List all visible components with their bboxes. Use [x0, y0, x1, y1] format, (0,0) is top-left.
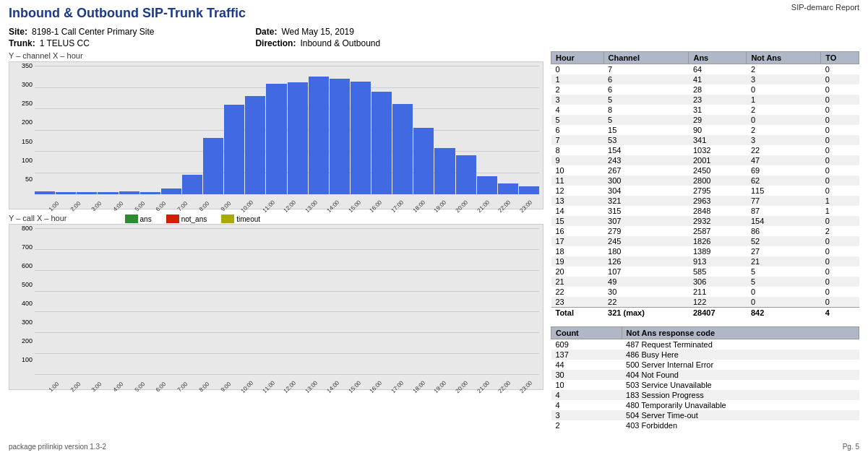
- x-tick: 16:00: [367, 193, 389, 209]
- x-tick: 13:00: [303, 193, 325, 209]
- legend-not-ans-box: [166, 214, 179, 223]
- x-tick: 17:00: [389, 373, 411, 389]
- table-cell: 0: [821, 115, 859, 125]
- table-cell: 1826: [689, 236, 747, 246]
- response-table-body: 609487 Request Terminated137486 Busy Her…: [551, 339, 859, 431]
- table-row: 172451826520: [551, 236, 859, 246]
- x-tick: 19:00: [432, 373, 454, 389]
- y-label: 700: [22, 243, 33, 251]
- chart1-y-axis: 35030025020015010050: [9, 62, 35, 194]
- x-tick: 23:00: [517, 373, 539, 389]
- table-cell: 2963: [689, 196, 747, 206]
- x-tick: 1:00: [46, 193, 67, 209]
- y-label: 150: [22, 138, 33, 145]
- table-cell: 5: [603, 115, 689, 125]
- x-tick: 4:00: [110, 193, 132, 209]
- table-cell: 22: [747, 145, 821, 155]
- table-cell: 21: [551, 277, 604, 287]
- page: { "report": { "title": "Inbound & Outbou…: [0, 0, 868, 455]
- y-label: 300: [22, 318, 33, 326]
- table-cell: 0: [821, 256, 859, 266]
- x-tick: 2:00: [67, 193, 89, 209]
- table-cell: 107: [603, 266, 689, 277]
- legend-timeout-box: [221, 214, 234, 223]
- total-cell: 4: [821, 308, 859, 318]
- table-cell: 0: [821, 236, 859, 246]
- table-cell: 5: [747, 277, 821, 287]
- footer: package prilinkip version 1.3-2: [9, 443, 106, 451]
- table-cell: 2: [747, 125, 821, 135]
- response-header: Count: [551, 327, 622, 339]
- table-cell: 1389: [689, 246, 747, 256]
- table-cell: 0: [821, 64, 859, 75]
- table-cell: 1: [821, 206, 859, 216]
- main-table-total: Total321 (max)284078424: [551, 308, 859, 318]
- chart2-wrapper: 800700600500400300200100 1:002:003:004:0…: [9, 224, 543, 390]
- x-tick: 14:00: [325, 193, 346, 209]
- response-cell: 403 Forbidden: [622, 420, 859, 430]
- table-cell: 30: [603, 287, 689, 297]
- response-table: CountNot Ans response code 609487 Reques…: [551, 326, 859, 430]
- response-row: 30404 Not Found: [551, 370, 859, 380]
- table-cell: 2: [551, 84, 604, 95]
- table-cell: 0: [821, 246, 859, 256]
- x-tick: 3:00: [88, 373, 110, 389]
- table-cell: 0: [821, 84, 859, 95]
- table-cell: 12: [551, 186, 604, 196]
- table-cell: 0: [821, 74, 859, 84]
- bar: [330, 79, 350, 194]
- table-cell: 47: [747, 155, 821, 165]
- table-cell: 321: [603, 196, 689, 206]
- response-cell: 480 Temporarily Unavailable: [622, 400, 859, 410]
- table-cell: 21: [747, 256, 821, 266]
- table-header-to: TO: [821, 52, 859, 64]
- x-tick: 23:00: [517, 193, 539, 209]
- chart2-axis-label: Y – call X – hour: [9, 214, 67, 222]
- response-header: Not Ans response code: [622, 327, 859, 339]
- x-tick: 18:00: [411, 193, 432, 209]
- y-label: 200: [22, 337, 33, 344]
- response-cell: 2: [551, 420, 622, 430]
- table-cell: 585: [689, 266, 747, 277]
- table-cell: 2932: [689, 216, 747, 226]
- table-cell: 22: [551, 287, 604, 297]
- y-label: 800: [22, 225, 33, 232]
- table-cell: 8: [603, 105, 689, 115]
- table-row: 19126913210: [551, 256, 859, 266]
- table-cell: 267: [603, 165, 689, 176]
- x-tick: 4:00: [110, 373, 132, 389]
- legend-ans-box: [125, 214, 138, 223]
- table-cell: 1: [551, 74, 604, 84]
- table-cell: 0: [821, 155, 859, 165]
- table-cell: 154: [603, 145, 689, 155]
- response-row: 4480 Temporarily Unavailable: [551, 400, 859, 410]
- x-tick: 3:00: [88, 193, 110, 209]
- table-cell: 0: [821, 277, 859, 287]
- table-cell: 19: [551, 256, 604, 266]
- bar: [224, 105, 244, 194]
- table-cell: 13: [551, 196, 604, 206]
- x-tick: 19:00: [432, 193, 454, 209]
- table-cell: 0: [821, 176, 859, 186]
- table-row: 75334130: [551, 135, 859, 145]
- x-tick: 11:00: [260, 193, 282, 209]
- table-cell: 1032: [689, 145, 747, 155]
- bar: [266, 84, 286, 194]
- table-cell: 279: [603, 226, 689, 236]
- table-cell: 300: [603, 176, 689, 186]
- y-label: 500: [22, 281, 33, 288]
- table-cell: 11: [551, 176, 604, 186]
- table-cell: 90: [689, 125, 747, 135]
- table-cell: 2795: [689, 186, 747, 196]
- x-tick: 2:00: [67, 373, 89, 389]
- response-cell: 609: [551, 339, 622, 350]
- bar: [203, 138, 223, 194]
- table-cell: 0: [747, 115, 821, 125]
- table-cell: 15: [551, 216, 604, 226]
- table-cell: 77: [747, 196, 821, 206]
- charts-area: Y – channel X – hour 3503002502001501005…: [9, 51, 543, 430]
- table-row: 6159020: [551, 125, 859, 135]
- bar: [245, 96, 265, 194]
- table-cell: 49: [603, 277, 689, 287]
- legend-ans-label: ans: [140, 215, 152, 223]
